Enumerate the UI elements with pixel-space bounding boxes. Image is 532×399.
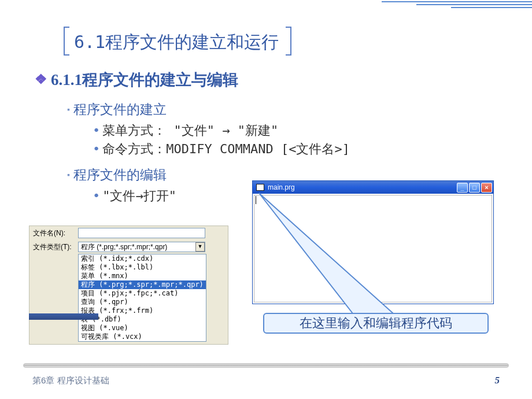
chevron-down-icon[interactable]: ▼ — [195, 242, 205, 252]
list-item-selected[interactable]: 程序 (*.prg;*.spr;*.mpr;*.qpr) — [79, 280, 206, 289]
editor-body[interactable] — [253, 194, 493, 304]
list-item[interactable]: 查询 (*.qpr) — [79, 298, 206, 306]
list-item[interactable]: 项目 (*.pjx;*.fpc;*.cat) — [79, 289, 206, 298]
sub1-title: 程序文件的建立 — [73, 102, 167, 117]
maximize-button[interactable]: □ — [469, 183, 480, 193]
dialog-cutoff-bar — [29, 313, 98, 320]
list-item[interactable]: 索引 (*.idx;*.cdx) — [79, 254, 206, 263]
sub1-item0: 菜单方式： "文件" → "新建" — [102, 123, 278, 138]
header-decoration — [359, 0, 532, 23]
square-bullet-icon: ▪ — [67, 171, 70, 179]
sub2-title: 程序文件的编辑 — [73, 168, 167, 182]
bracket-right-icon — [286, 27, 291, 56]
filetype-row: 文件类型(T): 程序 (*.prg;*.spr;*.mpr;*.qpr) ▼ — [29, 240, 228, 254]
heading-level2: ▪程序文件的建立 — [67, 101, 509, 119]
heading-level1: ❖6.1.1程序文件的建立与编辑 — [35, 69, 509, 90]
filetype-label: 文件类型(T): — [33, 242, 78, 252]
filename-row: 文件名(N): — [29, 226, 228, 240]
list-item[interactable]: 视图 (*.vue) — [79, 324, 206, 332]
footer-divider — [23, 363, 509, 368]
callout-text: 在这里输入和编辑程序代码 — [300, 316, 452, 330]
text-cursor-icon — [256, 196, 256, 204]
sub1-item1: 命令方式：MODIFY COMMAND [<文件名>] — [102, 142, 350, 156]
bracket-left-icon — [64, 27, 69, 56]
filename-label: 文件名(N): — [33, 228, 78, 238]
editor-window: main.prg _ □ × — [252, 180, 494, 304]
app-icon — [256, 184, 264, 191]
filename-input[interactable] — [78, 228, 205, 238]
editor-textarea[interactable] — [254, 195, 492, 302]
dot-bullet-icon: • — [93, 123, 100, 138]
slide: 6.1程序文件的建立和运行 ❖6.1.1程序文件的建立与编辑 ▪程序文件的建立 … — [0, 0, 532, 399]
bullet-item: •命令方式：MODIFY COMMAND [<文件名>] — [93, 141, 509, 158]
file-open-dialog: 文件名(N): 文件类型(T): 程序 (*.prg;*.spr;*.mpr;*… — [29, 226, 228, 345]
filetype-value: 程序 (*.prg;*.spr;*.mpr;*.qpr) — [81, 242, 167, 252]
list-item[interactable]: 可视类库 (*.vcx) — [79, 332, 206, 341]
filetype-list[interactable]: 索引 (*.idx;*.cdx) 标签 (*.lbx;*.lbl) 菜单 (*.… — [78, 254, 206, 342]
section-title: 6.1程序文件的建立和运行 — [72, 31, 281, 54]
close-button[interactable]: × — [481, 183, 492, 193]
slide-footer: 第6章 程序设计基础 5 — [0, 364, 532, 399]
dot-bullet-icon: • — [93, 142, 100, 156]
square-bullet-icon: ▪ — [67, 105, 70, 114]
chapter-label: 第6章 程序设计基础 — [32, 375, 109, 386]
sub2-item0: "文件→打开" — [102, 189, 176, 203]
list-item[interactable]: 菜单 (*.mnx) — [79, 272, 206, 280]
filetype-combo[interactable]: 程序 (*.prg;*.spr;*.mpr;*.qpr) ▼ — [78, 242, 205, 252]
page-number: 5 — [495, 375, 500, 386]
dot-bullet-icon: • — [93, 189, 100, 203]
diamond-bullet-icon: ❖ — [35, 72, 47, 87]
callout-box: 在这里输入和编辑程序代码 — [263, 313, 489, 334]
bullet-item: •菜单方式： "文件" → "新建" — [93, 122, 509, 139]
h1-text: 6.1.1程序文件的建立与编辑 — [51, 71, 238, 88]
editor-titlebar[interactable]: main.prg _ □ × — [253, 181, 493, 194]
list-item[interactable]: 标签 (*.lbx;*.lbl) — [79, 263, 206, 272]
section-header: 6.1程序文件的建立和运行 — [64, 28, 291, 57]
window-title: main.prg — [268, 183, 456, 191]
minimize-button[interactable]: _ — [457, 183, 468, 193]
